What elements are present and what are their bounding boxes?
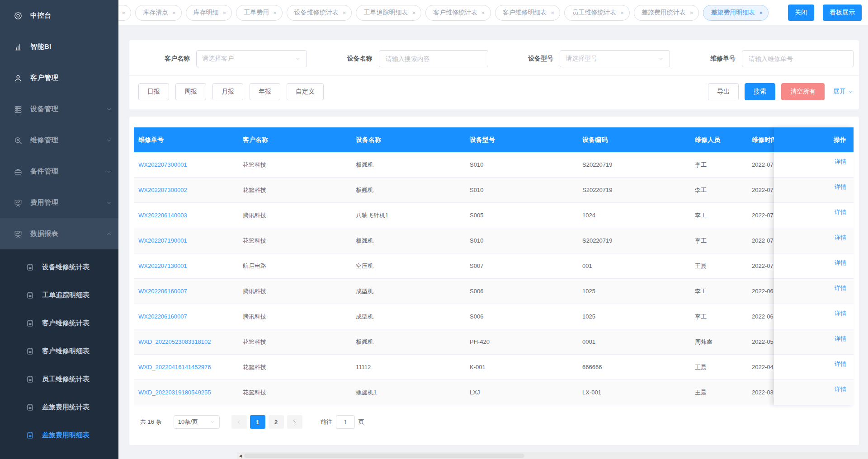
sidebar-item-智能BI[interactable]: 智能BI — [0, 31, 118, 62]
sidebar-subitem-工单追踪明细表[interactable]: 工单追踪明细表 — [0, 281, 118, 309]
sidebar-subitem-客户维修明细表[interactable]: 客户维修明细表 — [0, 337, 118, 365]
chevron-down-icon — [106, 106, 112, 112]
order-link[interactable]: WXD_20220523083318102 — [138, 338, 211, 345]
input-设备名称[interactable] — [379, 50, 488, 67]
tab-close-icon[interactable]: × — [273, 10, 277, 16]
order-link[interactable]: WXD_20220319180549255 — [138, 389, 211, 396]
cell-device: 板翘机 — [351, 161, 465, 169]
range-button-月报[interactable]: 月报 — [212, 83, 243, 100]
sidebar-item-设备管理[interactable]: 设备管理 — [0, 94, 118, 125]
goto-page-input[interactable] — [336, 415, 355, 429]
tab-库存清点[interactable]: 库存清点× — [135, 5, 182, 21]
tab-差旅费用统计表[interactable]: 差旅费用统计表× — [634, 5, 699, 21]
horizontal-scrollbar[interactable]: ◀ — [237, 452, 868, 459]
cell-model: PH-420 — [465, 338, 578, 345]
detail-link[interactable]: 详情 — [835, 335, 846, 343]
sidebar-subitem-差旅费用统计表[interactable]: 差旅费用统计表 — [0, 393, 118, 421]
close-button[interactable]: 关闭 — [788, 5, 814, 21]
export-button[interactable]: 导出 — [708, 83, 739, 100]
detail-link[interactable]: 详情 — [835, 360, 846, 368]
tab-设备维修统计表[interactable]: 设备维修统计表× — [287, 5, 352, 21]
order-link[interactable]: WXD_20220416141452976 — [138, 364, 211, 370]
prev-page-button[interactable] — [231, 415, 247, 429]
page-button-1[interactable]: 1 — [250, 415, 265, 429]
sidebar-subitem-客户维修统计表[interactable]: 客户维修统计表 — [0, 309, 118, 337]
report-icon — [26, 431, 34, 440]
clear-all-button[interactable]: 清空所有 — [781, 83, 825, 100]
scroll-left-arrow-icon[interactable]: ◀ — [237, 452, 244, 459]
board-icon — [14, 230, 23, 239]
sidebar-item-客户管理[interactable]: 客户管理 — [0, 62, 118, 94]
sidebar-subitem-员工维修统计表[interactable]: 员工维修统计表 — [0, 365, 118, 393]
device-icon — [14, 105, 23, 114]
search-button[interactable]: 搜索 — [745, 83, 775, 100]
expand-label: 展开 — [833, 88, 846, 96]
detail-link[interactable]: 详情 — [835, 385, 846, 393]
select-设备型号[interactable]: 请选择型号 — [560, 50, 670, 67]
cell-order: WXD_20220416141452976 — [134, 364, 238, 370]
order-link[interactable]: WX202206160007 — [138, 313, 187, 320]
tab-clipped[interactable]: × — [118, 5, 131, 21]
order-link[interactable]: WX202207300001 — [138, 161, 187, 168]
page-size-select[interactable]: 10条/页 — [174, 415, 220, 429]
tab-库存明细[interactable]: 库存明细× — [186, 5, 232, 21]
detail-link[interactable]: 详情 — [835, 208, 846, 216]
tab-close-icon[interactable]: × — [620, 10, 624, 16]
tab-close-icon[interactable]: × — [690, 10, 693, 16]
report-range-buttons: 日报周报月报年报自定义 — [138, 83, 330, 100]
tab-close-icon[interactable]: × — [122, 10, 125, 16]
sidebar-item-中控台[interactable]: 中控台 — [0, 0, 118, 31]
field-label: 客户名称 — [165, 55, 190, 63]
tab-员工维修统计表[interactable]: 员工维修统计表× — [564, 5, 630, 21]
tab-close-icon[interactable]: × — [759, 10, 763, 16]
sidebar-item-备件管理[interactable]: 备件管理 — [0, 156, 118, 187]
detail-link[interactable]: 详情 — [835, 183, 846, 191]
cell-person: 李工 — [690, 186, 747, 194]
tab-close-icon[interactable]: × — [412, 10, 415, 16]
cell-person: 王晨 — [690, 262, 747, 270]
sidebar-menu: 中控台智能BI客户管理设备管理维修管理备件管理费用管理数据报表 — [0, 0, 118, 249]
report-icon — [26, 375, 34, 384]
order-link[interactable]: WX202207190001 — [138, 237, 187, 244]
order-link[interactable]: WX202207300002 — [138, 187, 187, 193]
sidebar-subitem-设备维修统计表[interactable]: 设备维修统计表 — [0, 253, 118, 281]
tab-工单追踪明细表[interactable]: 工单追踪明细表× — [356, 5, 421, 21]
order-link[interactable]: WX202207130001 — [138, 262, 187, 269]
cell-person: 李工 — [690, 313, 747, 321]
sidebar-subitem-差旅费用明细表[interactable]: 差旅费用明细表 — [0, 421, 118, 449]
tab-客户维修明细表[interactable]: 客户维修明细表× — [495, 5, 561, 21]
tab-label: 设备维修统计表 — [294, 9, 339, 17]
scrollbar-thumb[interactable] — [244, 454, 524, 458]
select-客户名称[interactable]: 请选择客户 — [196, 50, 307, 67]
tab-差旅费用明细表[interactable]: 差旅费用明细表× — [703, 5, 769, 21]
repair-table: 维修单号客户名称设备名称设备型号设备编码维修人员维修时间 WX202207300… — [134, 127, 854, 405]
range-button-周报[interactable]: 周报 — [175, 83, 206, 100]
tab-close-icon[interactable]: × — [223, 10, 226, 16]
tab-客户维修统计表[interactable]: 客户维修统计表× — [425, 5, 491, 21]
filter-fields: 客户名称请选择客户设备名称设备型号请选择型号维修单号 — [138, 50, 854, 67]
detail-link[interactable]: 详情 — [835, 158, 846, 166]
board-display-button[interactable]: 看板展示 — [823, 5, 862, 21]
sidebar-item-数据报表[interactable]: 数据报表 — [0, 218, 118, 249]
page-button-2[interactable]: 2 — [269, 415, 284, 429]
range-button-自定义[interactable]: 自定义 — [287, 83, 324, 100]
range-button-日报[interactable]: 日报 — [138, 83, 169, 100]
sidebar-item-维修管理[interactable]: 维修管理 — [0, 125, 118, 156]
order-link[interactable]: WX202206160007 — [138, 288, 187, 295]
cell-customer: 花篮科技 — [238, 389, 351, 397]
tab-工单费用[interactable]: 工单费用× — [236, 5, 283, 21]
expand-toggle[interactable]: 展开 — [833, 88, 854, 96]
tab-close-icon[interactable]: × — [481, 10, 485, 16]
detail-link[interactable]: 详情 — [835, 234, 846, 242]
detail-link[interactable]: 详情 — [835, 309, 846, 318]
detail-link[interactable]: 详情 — [835, 259, 846, 267]
input-维修单号[interactable] — [742, 50, 854, 67]
detail-link[interactable]: 详情 — [835, 284, 846, 292]
range-button-年报[interactable]: 年报 — [250, 83, 280, 100]
sidebar-item-费用管理[interactable]: 费用管理 — [0, 187, 118, 218]
order-link[interactable]: WX202206140003 — [138, 212, 187, 219]
tab-close-icon[interactable]: × — [343, 10, 346, 16]
next-page-button[interactable] — [287, 415, 302, 429]
tab-close-icon[interactable]: × — [172, 10, 176, 16]
tab-close-icon[interactable]: × — [551, 10, 555, 16]
